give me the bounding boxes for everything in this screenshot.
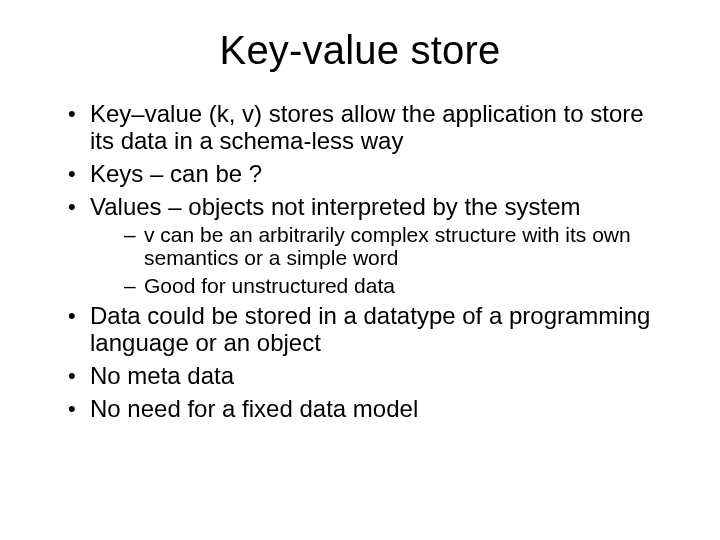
bullet-text: Key–value (k, v) stores allow the applic… (90, 100, 644, 154)
slide-title: Key-value store (40, 28, 680, 73)
list-item: Keys – can be ? (68, 161, 670, 188)
list-item: Good for unstructured data (124, 274, 670, 298)
list-item: Values – objects not interpreted by the … (68, 194, 670, 297)
bullet-text: No meta data (90, 362, 234, 389)
bullet-text: Values – objects not interpreted by the … (90, 193, 581, 220)
bullet-text: Data could be stored in a datatype of a … (90, 302, 650, 356)
list-item: No meta data (68, 363, 670, 390)
list-item: Key–value (k, v) stores allow the applic… (68, 101, 670, 155)
list-item: No need for a fixed data model (68, 396, 670, 423)
bullet-text: Good for unstructured data (144, 274, 395, 297)
bullet-text: Keys – can be ? (90, 160, 262, 187)
bullet-text: No need for a fixed data model (90, 395, 418, 422)
list-item: Data could be stored in a datatype of a … (68, 303, 670, 357)
bullet-text: v can be an arbitrarily complex structur… (144, 223, 631, 270)
list-item: v can be an arbitrarily complex structur… (124, 223, 670, 270)
bullet-list: Key–value (k, v) stores allow the applic… (40, 101, 680, 423)
slide: Key-value store Key–value (k, v) stores … (0, 0, 720, 540)
sub-bullet-list: v can be an arbitrarily complex structur… (90, 223, 670, 298)
